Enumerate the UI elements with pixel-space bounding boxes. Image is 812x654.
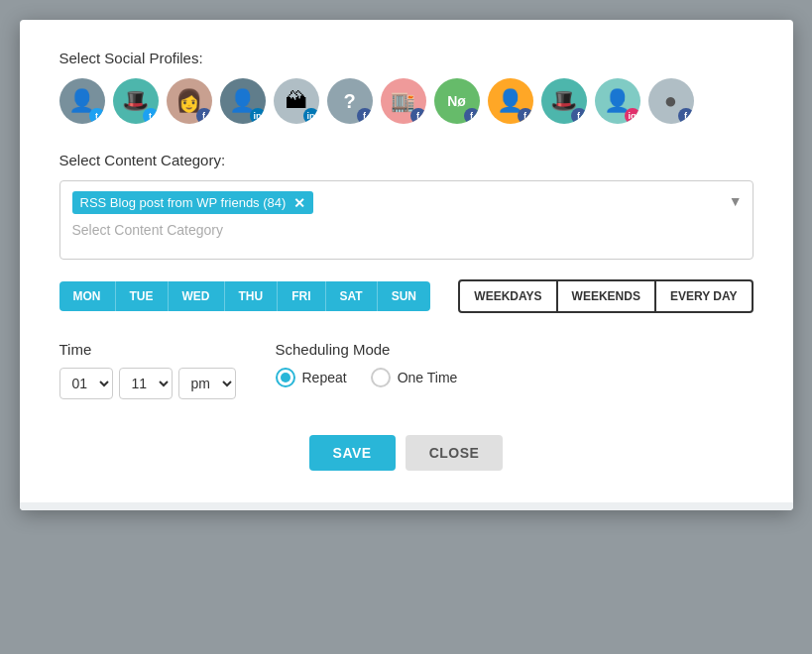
facebook-badge-8: f — [464, 108, 480, 124]
day-mon[interactable]: MON — [59, 281, 116, 311]
onetime-radio[interactable] — [371, 368, 391, 387]
day-tue[interactable]: TUE — [116, 281, 169, 311]
facebook-badge-12: f — [678, 108, 694, 124]
profile-avatar-5[interactable]: 🏔 in — [274, 78, 319, 124]
repeat-option[interactable]: Repeat — [276, 368, 347, 387]
profile-avatar-11[interactable]: 👤 ig — [595, 78, 640, 124]
facebook-badge-7: f — [410, 108, 426, 124]
profile-avatar-1[interactable]: 👤 t — [59, 78, 105, 124]
minute-select[interactable]: 00 11 15 30 45 — [119, 368, 173, 399]
time-label: Time — [59, 341, 236, 358]
scheduling-label: Scheduling Mode — [276, 341, 458, 358]
day-sun[interactable]: SUN — [378, 281, 430, 311]
linkedin-badge-5: in — [303, 108, 319, 124]
linkedin-badge-4: in — [250, 108, 266, 124]
remove-category-button[interactable]: ✕ — [293, 196, 305, 210]
day-sat[interactable]: SAT — [326, 281, 378, 311]
profiles-section: Select Social Profiles: 👤 t 🎩 t 👩 f — [59, 50, 754, 124]
save-button[interactable]: SAVE — [309, 435, 396, 471]
profile-avatar-6[interactable]: ? f — [327, 78, 373, 124]
day-wed[interactable]: WED — [169, 281, 225, 311]
quick-weekdays[interactable]: WEEKDAYS — [458, 279, 557, 313]
profile-avatar-10[interactable]: 🎩 f — [541, 78, 587, 124]
quick-days-group: WEEKDAYS WEEKENDS EVERY DAY — [458, 279, 753, 313]
ampm-select[interactable]: am pm — [178, 368, 236, 399]
scheduling-section: Scheduling Mode Repeat One Time — [276, 341, 458, 387]
facebook-badge-9: f — [518, 108, 533, 124]
day-thu[interactable]: THU — [225, 281, 279, 311]
profiles-label: Select Social Profiles: — [59, 50, 754, 66]
selected-category-tag: RSS Blog post from WP friends (84) ✕ — [72, 191, 314, 214]
category-dropdown[interactable]: ▼ RSS Blog post from WP friends (84) ✕ S… — [59, 180, 754, 260]
category-section: Select Content Category: ▼ RSS Blog post… — [59, 152, 754, 260]
hour-select[interactable]: 01 02 03 04 05 06 07 08 09 10 11 12 — [59, 368, 113, 399]
repeat-label: Repeat — [302, 370, 347, 385]
facebook-badge-10: f — [571, 108, 587, 124]
profiles-row: 👤 t 🎩 t 👩 f 👤 in — [59, 78, 754, 124]
day-fri[interactable]: FRI — [278, 281, 325, 311]
close-button[interactable]: CLOSE — [406, 435, 504, 471]
selected-category-text: RSS Blog post from WP friends (84) — [80, 195, 287, 210]
profile-avatar-12[interactable]: ● f — [648, 78, 694, 124]
repeat-radio[interactable] — [276, 368, 295, 387]
facebook-badge-6: f — [357, 108, 373, 124]
schedule-modal: Select Social Profiles: 👤 t 🎩 t 👩 f — [20, 20, 793, 510]
days-row: MON TUE WED THU FRI SAT SUN WEEKDAYS WEE… — [59, 279, 754, 313]
quick-weekends[interactable]: WEEKENDS — [558, 279, 656, 313]
twitter-badge-2: t — [143, 108, 159, 124]
profile-avatar-7[interactable]: 🏬 f — [381, 78, 426, 124]
time-section: Time 01 02 03 04 05 06 07 08 09 10 11 — [59, 341, 236, 399]
facebook-badge-3: f — [196, 108, 212, 124]
profile-avatar-3[interactable]: 👩 f — [167, 78, 212, 124]
buttons-row: SAVE CLOSE — [59, 435, 754, 471]
twitter-badge-1: t — [89, 108, 105, 124]
day-buttons-group: MON TUE WED THU FRI SAT SUN — [59, 281, 430, 311]
time-selects: 01 02 03 04 05 06 07 08 09 10 11 12 — [59, 368, 236, 399]
time-scheduling-row: Time 01 02 03 04 05 06 07 08 09 10 11 — [59, 341, 754, 399]
category-placeholder: Select Content Category — [72, 222, 741, 238]
modal-overlay: Select Social Profiles: 👤 t 🎩 t 👩 f — [0, 0, 812, 654]
category-label: Select Content Category: — [59, 152, 754, 168]
profile-avatar-9[interactable]: 👤 f — [488, 78, 533, 124]
dropdown-arrow-icon: ▼ — [729, 193, 743, 209]
modal-bottom-bar — [20, 502, 793, 510]
radio-row: Repeat One Time — [276, 368, 458, 387]
profile-avatar-4[interactable]: 👤 in — [220, 78, 266, 124]
profile-avatar-2[interactable]: 🎩 t — [113, 78, 159, 124]
onetime-label: One Time — [398, 370, 458, 385]
onetime-option[interactable]: One Time — [371, 368, 458, 387]
instagram-badge-11: ig — [625, 108, 640, 124]
profile-avatar-8[interactable]: Nø f — [434, 78, 480, 124]
quick-everyday[interactable]: EVERY DAY — [656, 279, 754, 313]
